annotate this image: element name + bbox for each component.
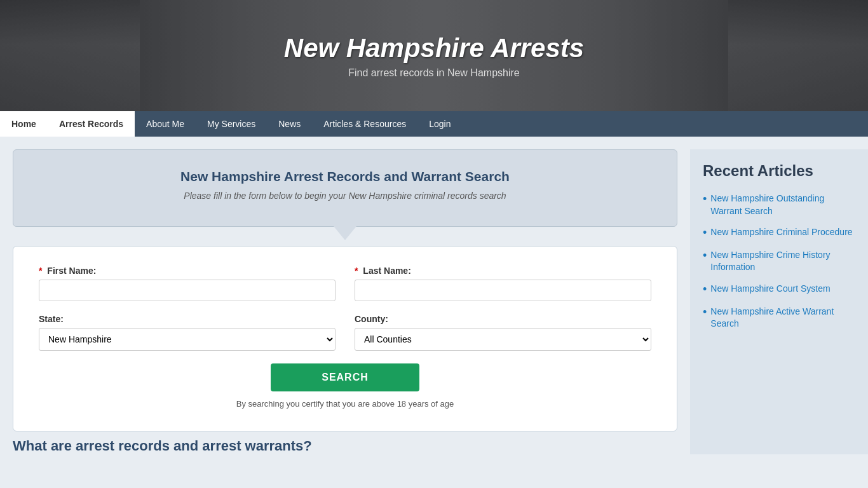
first-name-required: * bbox=[39, 266, 42, 276]
last-name-input[interactable] bbox=[355, 280, 651, 301]
certify-text: By searching you certify that you are ab… bbox=[39, 399, 651, 409]
location-row: State: New Hampshire County: All Countie… bbox=[39, 314, 651, 351]
sidebar-article-4-link[interactable]: New Hampshire Court System bbox=[710, 283, 830, 295]
state-label: State: bbox=[39, 314, 336, 324]
sidebar: Recent Articles New Hampshire Outstandin… bbox=[690, 149, 868, 454]
header-text: New Hampshire Arrests Find arrest record… bbox=[284, 33, 584, 79]
state-select[interactable]: New Hampshire bbox=[39, 328, 336, 351]
sidebar-articles-list: New Hampshire Outstanding Warrant Search… bbox=[703, 193, 855, 330]
sidebar-article-5: New Hampshire Active Warrant Search bbox=[703, 306, 855, 330]
bottom-heading: What are arrest records and arrest warra… bbox=[13, 438, 677, 454]
header-banner: New Hampshire Arrests Find arrest record… bbox=[0, 0, 868, 111]
first-name-group: * First Name: bbox=[39, 266, 336, 301]
state-group: State: New Hampshire bbox=[39, 314, 336, 351]
nav-item-home[interactable]: Home bbox=[0, 111, 48, 137]
sidebar-article-2: New Hampshire Criminal Procedure bbox=[703, 226, 855, 240]
site-subtitle: Find arrest records in New Hampshire bbox=[284, 67, 584, 79]
main-nav: Home Arrest Records About Me My Services… bbox=[0, 111, 868, 137]
sidebar-article-3-link[interactable]: New Hampshire Crime History Information bbox=[710, 249, 855, 274]
sidebar-article-3: New Hampshire Crime History Information bbox=[703, 249, 855, 274]
name-row: * First Name: * Last Name: bbox=[39, 266, 651, 301]
sidebar-article-1-link[interactable]: New Hampshire Outstanding Warrant Search bbox=[710, 193, 855, 217]
nav-item-news[interactable]: News bbox=[267, 111, 312, 137]
first-name-label: * First Name: bbox=[39, 266, 336, 276]
last-name-required: * bbox=[355, 266, 358, 276]
info-box-subtitle: Please fill in the form below to begin y… bbox=[39, 191, 651, 201]
county-group: County: All Counties bbox=[355, 314, 651, 351]
search-form-container: * First Name: * Last Name: State: bbox=[13, 246, 677, 431]
search-button-row: SEARCH bbox=[39, 363, 651, 391]
sidebar-article-2-link[interactable]: New Hampshire Criminal Procedure bbox=[710, 226, 852, 239]
site-title: New Hampshire Arrests bbox=[284, 33, 584, 64]
content-area: New Hampshire Arrest Records and Warrant… bbox=[13, 149, 690, 454]
nav-item-articles[interactable]: Articles & Resources bbox=[312, 111, 417, 137]
nav-item-login[interactable]: Login bbox=[417, 111, 462, 137]
nav-item-about-me[interactable]: About Me bbox=[135, 111, 196, 137]
search-button[interactable]: SEARCH bbox=[271, 363, 419, 391]
last-name-label: * Last Name: bbox=[355, 266, 651, 276]
nav-item-arrest-records[interactable]: Arrest Records bbox=[48, 111, 135, 137]
county-select[interactable]: All Counties bbox=[355, 328, 651, 351]
info-box-title: New Hampshire Arrest Records and Warrant… bbox=[39, 169, 651, 184]
info-box: New Hampshire Arrest Records and Warrant… bbox=[13, 149, 677, 227]
sidebar-article-5-link[interactable]: New Hampshire Active Warrant Search bbox=[710, 306, 855, 330]
sidebar-article-4: New Hampshire Court System bbox=[703, 283, 855, 297]
sidebar-title: Recent Articles bbox=[703, 162, 855, 180]
county-label: County: bbox=[355, 314, 651, 324]
main-container: New Hampshire Arrest Records and Warrant… bbox=[0, 137, 868, 467]
first-name-input[interactable] bbox=[39, 280, 336, 301]
sidebar-article-1: New Hampshire Outstanding Warrant Search bbox=[703, 193, 855, 217]
nav-item-my-services[interactable]: My Services bbox=[196, 111, 267, 137]
last-name-group: * Last Name: bbox=[355, 266, 651, 301]
